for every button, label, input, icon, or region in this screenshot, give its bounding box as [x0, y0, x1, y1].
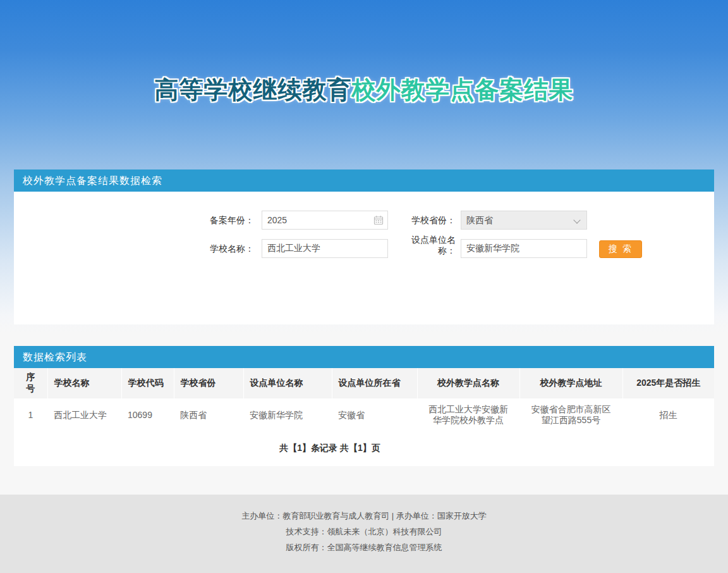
search-panel-header: 校外教学点备案结果数据检索 — [14, 169, 714, 192]
footer-copyright-line: 版权所有：全国高等继续教育信息管理系统 — [0, 539, 728, 555]
page-title: 高等学校继续教育校外教学点备案结果 — [0, 0, 728, 104]
cell-site-name: 西北工业大学安徽新华学院校外教学点 — [417, 398, 519, 431]
column-header-site-name: 校外教学点名称 — [417, 368, 519, 398]
column-header-school-name: 学校名称 — [47, 368, 121, 398]
cell-index: 1 — [14, 398, 47, 431]
cell-school-code: 10699 — [121, 398, 174, 431]
school-province-field-wrap: 陕西省 — [461, 211, 587, 230]
results-panel: 数据检索列表 序号 学校名称 学校代码 学校省份 设点单位名称 设点单位所在省 … — [14, 346, 714, 466]
school-name-field-wrap — [262, 239, 388, 258]
chevron-down-icon — [573, 216, 580, 223]
column-header-enrolling: 2025年是否招生 — [622, 368, 714, 398]
cell-school-province: 陕西省 — [174, 398, 243, 431]
cell-unit-name: 安徽新华学院 — [243, 398, 332, 431]
page-title-part2: 校外教学点备案结果 — [352, 77, 574, 103]
column-header-unit-province: 设点单位所在省 — [332, 368, 417, 398]
table-row: 1 西北工业大学 10699 陕西省 安徽新华学院 安徽省 西北工业大学安徽新华… — [14, 398, 714, 431]
table-header-row: 序号 学校名称 学校代码 学校省份 设点单位名称 设点单位所在省 校外教学点名称… — [14, 368, 714, 398]
cell-unit-province: 安徽省 — [332, 398, 417, 431]
page-title-part1: 高等学校继续教育 — [155, 77, 352, 103]
column-header-unit-name: 设点单位名称 — [243, 368, 332, 398]
column-header-school-code: 学校代码 — [121, 368, 174, 398]
school-province-select[interactable]: 陕西省 — [461, 211, 587, 230]
site-unit-name-label: 设点单位名称： — [410, 235, 456, 256]
results-panel-header: 数据检索列表 — [14, 346, 714, 368]
cell-site-address: 安徽省合肥市高新区望江西路555号 — [519, 398, 622, 431]
column-header-site-address: 校外教学点地址 — [519, 368, 622, 398]
search-button[interactable]: 搜 索 — [599, 240, 642, 258]
footer-organizer-line: 主办单位：教育部职业教育与成人教育司 | 承办单位：国家开放大学 — [0, 508, 728, 524]
column-header-school-province: 学校省份 — [174, 368, 243, 398]
footer-tech-support-line: 技术支持：领航未来（北京）科技有限公司 — [0, 524, 728, 539]
column-header-index: 序号 — [14, 368, 47, 398]
search-form: 备案年份： 学校省份： — [14, 192, 714, 324]
school-name-input[interactable] — [262, 239, 388, 258]
school-name-label: 学校名称： — [166, 239, 254, 258]
page-footer: 主办单位：教育部职业教育与成人教育司 | 承办单位：国家开放大学 技术支持：领航… — [0, 495, 728, 573]
site-unit-name-field-wrap — [461, 239, 587, 258]
filing-year-label: 备案年份： — [166, 211, 254, 230]
school-province-label: 学校省份： — [368, 211, 456, 230]
cell-school-name: 西北工业大学 — [47, 398, 121, 431]
school-province-value: 陕西省 — [466, 215, 493, 225]
results-table: 序号 学校名称 学校代码 学校省份 设点单位名称 设点单位所在省 校外教学点名称… — [14, 368, 714, 431]
search-panel: 校外教学点备案结果数据检索 备案年份： — [14, 169, 714, 324]
site-unit-name-input[interactable] — [461, 239, 587, 258]
pagination-summary: 共【1】条记录 共【1】页 — [14, 431, 714, 466]
cell-enrolling: 招生 — [622, 398, 714, 431]
